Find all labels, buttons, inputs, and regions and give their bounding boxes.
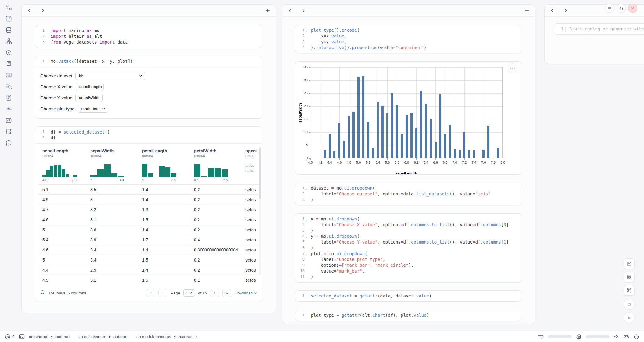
cell-plot-type: 1plot_type = getattr(alt.Chart(df), plot…	[295, 310, 522, 321]
download-button[interactable]: Download	[234, 291, 257, 295]
table-row: 4.73.21.30.2setos	[38, 205, 259, 215]
generate-link[interactable]: generate	[610, 27, 631, 31]
prev-page-button[interactable]: ‹	[158, 289, 167, 297]
trace-search-icon[interactable]	[5, 83, 12, 90]
column-prev-icon[interactable]	[549, 8, 555, 13]
code-line: 11)	[298, 274, 518, 280]
code-editor[interactable]: 1dataset = mo.ui.dropdown(2 label="Choos…	[295, 183, 522, 205]
code-editor[interactable]: 1mo.vstack([dataset, x, y, plot])	[35, 56, 262, 67]
column-prev-icon[interactable]	[287, 8, 293, 13]
dataframe-table: sepalLengthfloat644.37.9sepalWidthfloat6…	[35, 143, 262, 302]
chart-bar	[459, 150, 461, 158]
first-page-button[interactable]: «	[146, 289, 155, 297]
search-icon[interactable]	[40, 290, 45, 296]
errors-indicator[interactable]: 0	[5, 334, 15, 340]
code-line: 2import altair as alt	[38, 34, 258, 39]
on-cell-change-setting[interactable]: on cell change: autorun	[78, 334, 127, 339]
page-select[interactable]: 1	[183, 289, 195, 297]
cell-chart-output: sepalWidth 051015202530354.04.24.44.64.8…	[295, 61, 522, 175]
code-editor[interactable]: 1plot_type = getattr(alt.Chart(df), plot…	[295, 310, 522, 321]
dependency-graph-icon[interactable]	[5, 37, 12, 45]
plot-type-select[interactable]: mark_bar	[78, 105, 108, 113]
chart-bar	[463, 132, 465, 158]
control-row-dataset: Choose datasetiris	[40, 71, 257, 80]
vstack-output: Choose datasetirisChoose X valuesepalLen…	[35, 67, 262, 118]
column-header-sepalLength[interactable]: sepalLengthfloat644.37.9	[38, 146, 86, 184]
help-icon[interactable]: ?	[5, 139, 12, 146]
chart-bar	[348, 116, 350, 158]
cell-selected-dataset: 1selected_dataset = getattr(data, datase…	[295, 290, 522, 302]
close-icon[interactable]	[628, 4, 637, 13]
cell-dataset-dropdown: 1dataset = mo.ui.dropdown(2 label="Choos…	[295, 183, 522, 205]
dropdown-label: Choose dataset	[40, 73, 72, 78]
copilot-icon[interactable]	[624, 334, 629, 339]
command-icon[interactable]	[624, 285, 635, 296]
column-header-sepalWidth[interactable]: sepalWidthfloat6424.4	[86, 146, 138, 184]
chart-actions-icon[interactable]	[508, 63, 517, 73]
snippets-icon[interactable]	[5, 116, 12, 124]
scratchpad-icon[interactable]	[5, 128, 12, 135]
ai-sparkle-icon[interactable]	[614, 334, 619, 340]
code-line: 5 label="Choose Y value", options=df.col…	[298, 239, 518, 245]
file-explorer-icon[interactable]	[5, 4, 12, 11]
column-middle-header	[282, 5, 535, 17]
chart-bar	[425, 104, 427, 158]
documentation-icon[interactable]	[5, 94, 12, 101]
column-next-icon[interactable]	[563, 8, 568, 13]
table-scrollbar[interactable]	[259, 147, 261, 275]
code-editor[interactable]: 1df = selected_dataset()2df	[35, 127, 262, 143]
data-sources-icon[interactable]	[5, 26, 12, 34]
terminal-icon[interactable]	[19, 334, 25, 339]
logs-icon[interactable]	[5, 60, 12, 67]
check-circle-icon[interactable]	[634, 334, 639, 340]
code-line: 10 value="mark_bar",	[298, 268, 518, 274]
cell-df: 1df = selected_dataset()2df sepalLengthf…	[35, 126, 262, 302]
column-next-icon[interactable]	[40, 8, 45, 13]
code-line: 1plot_type().encode(	[298, 27, 518, 33]
y-value-select[interactable]: sepalWidth	[75, 94, 103, 102]
code-editor[interactable]: 1x = mo.ui.dropdown(2 label="Choose X va…	[295, 214, 522, 282]
layout-icon[interactable]	[624, 272, 635, 282]
control-row-x-value: Choose X valuesepalLength	[40, 82, 257, 91]
last-page-button[interactable]: »	[222, 289, 231, 297]
column-header-speci[interactable]: speciobjecuniqunulls:	[242, 146, 259, 184]
code-editor[interactable]: 1import marimo as mo2import altair as al…	[35, 25, 262, 48]
packages-icon[interactable]	[5, 49, 12, 56]
table-header: sepalLengthfloat644.37.9sepalWidthfloat6…	[38, 146, 259, 184]
control-row-plot-type: Choose plot typemark_bar	[40, 104, 257, 113]
table-row: 4.931.40.2setos	[38, 194, 259, 205]
column-next-icon[interactable]	[301, 8, 306, 13]
on-startup-setting[interactable]: on startup: autorun	[29, 334, 70, 339]
stop-icon[interactable]	[624, 299, 635, 310]
add-column-icon[interactable]	[265, 8, 271, 14]
save-icon[interactable]	[624, 258, 635, 269]
table-row: 4.42.91.40.2setos	[38, 265, 259, 275]
sidebar: f ?	[0, 0, 17, 331]
table-row: 53.61.40.2setos	[38, 225, 259, 235]
table-row: 5.13.51.40.2setos	[38, 184, 259, 194]
chart-bar	[338, 123, 340, 158]
column-header-petalWidth[interactable]: petalWidthfloat640.12.5	[190, 146, 242, 184]
run-icon[interactable]	[624, 312, 635, 323]
menu-icon[interactable]	[605, 4, 614, 13]
column-histogram	[142, 162, 176, 177]
ai-chat-icon[interactable]	[5, 71, 12, 79]
dataset-select[interactable]: iris	[75, 72, 145, 80]
next-page-button[interactable]: ›	[210, 289, 219, 297]
settings-gear-icon[interactable]	[617, 4, 626, 13]
code-editor[interactable]: 1plot_type().encode(2 x=x.value,3 y=y.va…	[295, 25, 522, 53]
add-column-icon[interactable]	[524, 8, 530, 14]
control-row-y-value: Choose Y valuesepalWidth	[40, 93, 257, 102]
code-line: 6)	[298, 245, 518, 251]
x-value-select[interactable]: sepalLength	[76, 83, 104, 91]
on-module-change-setting[interactable]: on module change: autorun	[136, 334, 198, 339]
column-header-petalLength[interactable]: petalLengthfloat6416.9	[138, 146, 190, 184]
bolt-icon	[173, 335, 177, 339]
code-editor[interactable]: 1selected_dataset = getattr(data, datase…	[295, 291, 522, 301]
code-line: 1plot_type = getattr(alt.Chart(df), plot…	[298, 312, 518, 318]
variables-icon[interactable]: f	[5, 15, 12, 22]
tracing-icon[interactable]	[5, 105, 12, 112]
code-editor[interactable]: 1 Start coding or generate with	[554, 24, 644, 34]
dropdown-label: Choose X value	[40, 84, 73, 89]
column-prev-icon[interactable]	[27, 8, 32, 13]
